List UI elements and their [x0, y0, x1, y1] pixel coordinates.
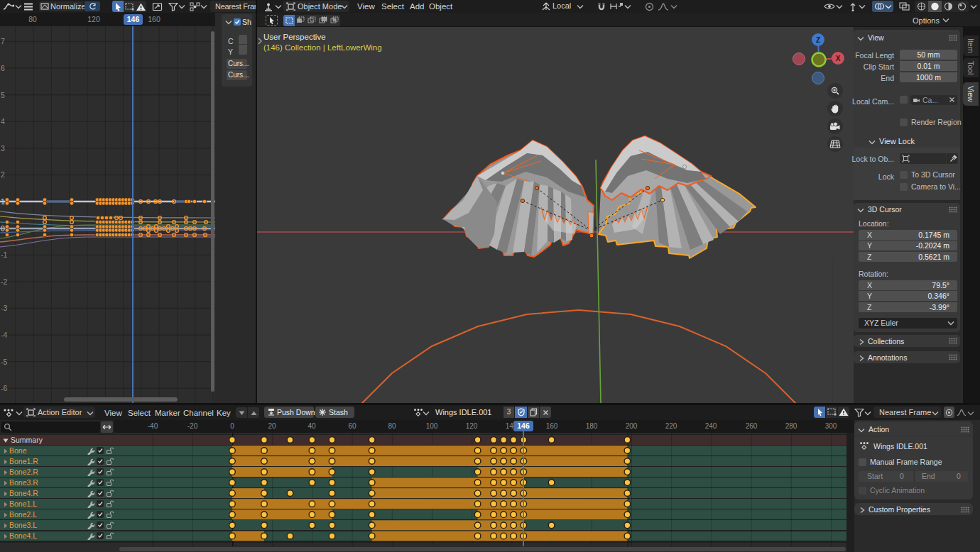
svg-text:Z: Z: [816, 36, 820, 44]
